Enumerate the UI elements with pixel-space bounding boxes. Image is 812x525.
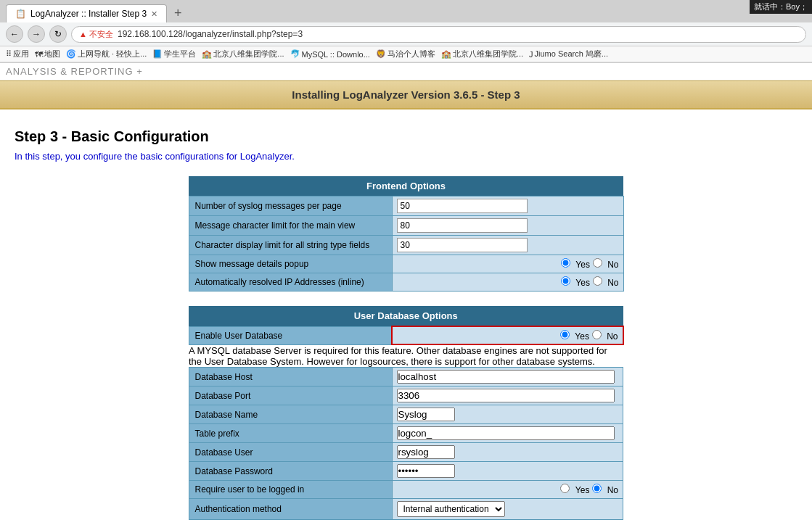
row-table-prefix: Table prefix: [189, 424, 623, 443]
radio-resolve-ip-yes[interactable]: [561, 276, 570, 286]
value-db-host[interactable]: [392, 368, 623, 386]
main-content: Step 3 - Basic Configuration In this ste…: [0, 121, 812, 525]
row-db-name: Database Name: [189, 405, 623, 424]
label-table-prefix: Table prefix: [189, 424, 392, 443]
frontend-section-header-row: Frontend Options: [189, 176, 623, 197]
label-syslog-per-page: Number of syslog messages per page: [189, 197, 392, 216]
url-bar[interactable]: ▲ 不安全 192.168.100.128/loganalyzer/instal…: [71, 26, 806, 43]
row-require-login: Require user to be logged in Yes No: [189, 481, 623, 499]
label-enable-userdb: Enable User Database: [189, 326, 392, 344]
radio-show-popup-yes[interactable]: [561, 258, 570, 268]
value-db-name[interactable]: [392, 405, 623, 424]
row-auth-method: Authentication method Internal authentic…: [189, 499, 623, 520]
bookmark-nav[interactable]: 🌀 上网导航 · 轻快上...: [66, 49, 147, 59]
select-auth-method[interactable]: Internal authentication LDAP authenticat…: [397, 501, 505, 517]
userdb-section-header: User Database Options: [189, 306, 623, 326]
label-no-show-popup: No: [607, 260, 618, 270]
step-description: In this step, you configure the basic co…: [15, 151, 797, 162]
input-char-display-limit[interactable]: [397, 238, 528, 252]
userdb-options-table: User Database Options Enable User Databa…: [189, 306, 624, 520]
radio-enable-userdb-no[interactable]: [592, 330, 602, 339]
label-no-resolve-ip: No: [607, 278, 618, 288]
row-db-port: Database Port: [189, 386, 623, 405]
value-enable-userdb[interactable]: Yes No: [392, 326, 623, 344]
bookmarks-bar: ⠿ 应用 🗺 地图 🌀 上网导航 · 轻快上... 📘 学生平台 🏫 北京八维集…: [0, 46, 812, 62]
row-db-user: Database User: [189, 443, 623, 462]
label-require-login: Require user to be logged in: [189, 481, 392, 499]
radio-require-login-yes[interactable]: [560, 484, 570, 493]
label-no-enable-userdb: No: [607, 331, 618, 342]
row-db-host: Database Host: [189, 368, 623, 386]
input-db-host[interactable]: [397, 370, 615, 384]
value-db-user[interactable]: [392, 443, 623, 462]
frontend-options-table: Frontend Options Number of syslog messag…: [189, 176, 624, 292]
row-warning: A MYSQL database Server is required for …: [189, 344, 623, 368]
radio-enable-userdb-yes[interactable]: [560, 330, 570, 339]
security-indicator: ▲ 不安全: [79, 29, 113, 40]
step-title: Step 3 - Basic Configuration: [15, 128, 797, 145]
tab-bar: 📋 LogAnalyzer :: Installer Step 3 ✕ +: [0, 0, 812, 22]
forward-button[interactable]: →: [28, 25, 45, 43]
page-header-bar: ANALYSIS & REPORTING +: [0, 63, 812, 80]
reload-button[interactable]: ↻: [49, 25, 67, 43]
bookmark-school2[interactable]: 🏫 北京八维集团学院...: [441, 49, 523, 59]
value-show-popup[interactable]: Yes No: [392, 255, 623, 273]
tab-title: LogAnalyzer :: Installer Step 3: [30, 9, 147, 19]
label-yes-show-popup: Yes: [575, 260, 590, 270]
new-tab-button[interactable]: +: [170, 6, 186, 21]
input-db-password[interactable]: [397, 464, 455, 478]
tab-favicon: 📋: [15, 9, 26, 19]
url-text: 192.168.100.128/loganalyzer/install.php?…: [118, 29, 303, 39]
page-content: ANALYSIS & REPORTING + Installing LogAna…: [0, 63, 812, 525]
value-db-port[interactable]: [392, 386, 623, 405]
warning-message: A MYSQL database Server is required for …: [189, 344, 623, 368]
radio-resolve-ip-no[interactable]: [593, 276, 602, 286]
input-db-name[interactable]: [397, 408, 455, 421]
row-resolve-ip: Automatically resolved IP Addresses (inl…: [189, 273, 623, 292]
bookmark-blog[interactable]: 🦁 马治个人博客: [376, 49, 435, 59]
userdb-section-header-row: User Database Options: [189, 306, 623, 326]
row-syslog-per-page: Number of syslog messages per page: [189, 197, 623, 216]
value-message-char-limit[interactable]: [392, 216, 623, 236]
back-button[interactable]: ←: [6, 25, 23, 43]
value-auth-method[interactable]: Internal authentication LDAP authenticat…: [392, 499, 623, 520]
label-no-require-login: No: [607, 485, 618, 495]
bookmark-maps[interactable]: 🗺 地图: [35, 49, 60, 59]
label-char-display-limit: Character display limit for all string t…: [189, 236, 392, 255]
label-yes-resolve-ip: Yes: [575, 278, 590, 288]
value-table-prefix[interactable]: [392, 424, 623, 443]
label-yes-enable-userdb: Yes: [575, 331, 589, 342]
input-db-user[interactable]: [397, 445, 455, 459]
input-syslog-per-page[interactable]: [397, 199, 528, 213]
value-db-password[interactable]: [392, 462, 623, 481]
label-show-popup: Show message details popup: [189, 255, 392, 273]
bookmark-jiumo[interactable]: J Jiumo Search 鸠磨...: [529, 49, 608, 59]
label-db-host: Database Host: [189, 368, 392, 386]
bookmark-apps[interactable]: ⠿ 应用: [6, 49, 29, 59]
label-message-char-limit: Message character limit for the main vie…: [189, 216, 392, 236]
frontend-section-header: Frontend Options: [189, 176, 623, 197]
input-table-prefix[interactable]: [397, 426, 615, 440]
tab-close-button[interactable]: ✕: [151, 9, 157, 19]
browser-chrome: 📋 LogAnalyzer :: Installer Step 3 ✕ + ← …: [0, 0, 812, 63]
label-resolve-ip: Automatically resolved IP Addresses (inl…: [189, 273, 392, 292]
label-db-password: Database Password: [189, 462, 392, 481]
row-enable-userdb: Enable User Database Yes No: [189, 326, 623, 344]
label-db-user: Database User: [189, 443, 392, 462]
bookmark-school1[interactable]: 🏫 北京八维集团学院...: [202, 49, 284, 59]
label-db-name: Database Name: [189, 405, 392, 424]
value-char-display-limit[interactable]: [392, 236, 623, 255]
input-message-char-limit[interactable]: [397, 218, 528, 233]
install-header: Installing LogAnalyzer Version 3.6.5 - S…: [0, 80, 812, 109]
value-syslog-per-page[interactable]: [392, 197, 623, 216]
radio-show-popup-no[interactable]: [593, 258, 602, 268]
input-db-port[interactable]: [397, 389, 615, 402]
value-resolve-ip[interactable]: Yes No: [392, 273, 623, 292]
bookmark-student[interactable]: 📘 学生平台: [152, 49, 196, 59]
value-require-login[interactable]: Yes No: [392, 481, 623, 499]
row-show-popup: Show message details popup Yes No: [189, 255, 623, 273]
nav-bar: ← → ↻ ▲ 不安全 192.168.100.128/loganalyzer/…: [0, 22, 812, 46]
bookmark-mysql[interactable]: 🐬 MySQL :: Downlo...: [290, 49, 370, 59]
active-tab[interactable]: 📋 LogAnalyzer :: Installer Step 3 ✕: [6, 4, 167, 22]
radio-require-login-no[interactable]: [592, 484, 602, 493]
